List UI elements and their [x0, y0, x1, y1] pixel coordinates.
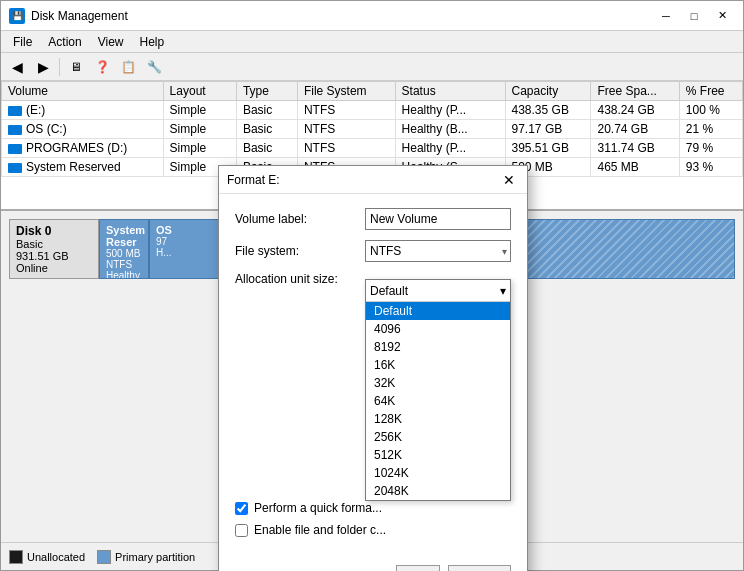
- disk-0-type: Basic: [16, 238, 92, 250]
- file-folder-row: Enable file and folder c...: [235, 523, 511, 537]
- cell-pct: 100 %: [679, 101, 742, 120]
- modal-close-button[interactable]: ✕: [499, 172, 519, 188]
- allocation-arrow-icon: ▾: [500, 284, 506, 298]
- dropdown-option[interactable]: 1024K: [366, 464, 510, 482]
- seg-sr-name: System Reser: [106, 224, 142, 248]
- menu-bar: File Action View Help: [1, 31, 743, 53]
- col-fs: File System: [297, 82, 395, 101]
- back-button[interactable]: ◀: [5, 56, 29, 78]
- cell-volume: PROGRAMES (D:): [2, 139, 164, 158]
- menu-help[interactable]: Help: [132, 33, 173, 51]
- allocation-label: Allocation unit size:: [235, 272, 365, 286]
- dropdown-option[interactable]: 128K: [366, 410, 510, 428]
- disk-0-size: 931.51 GB: [16, 250, 92, 262]
- format-dialog: Format E: ✕ Volume label: File system: N…: [218, 165, 528, 571]
- cell-layout: Simple: [163, 120, 236, 139]
- cell-capacity: 438.35 GB: [505, 101, 591, 120]
- table-row[interactable]: OS (C:) Simple Basic NTFS Healthy (B... …: [2, 120, 743, 139]
- cell-layout: Simple: [163, 101, 236, 120]
- menu-action[interactable]: Action: [40, 33, 89, 51]
- cell-free: 311.74 GB: [591, 139, 679, 158]
- disk-0-name: Disk 0: [16, 224, 92, 238]
- dropdown-option[interactable]: 8192: [366, 338, 510, 356]
- cell-type: Basic: [236, 139, 297, 158]
- app-icon: 💾: [9, 8, 25, 24]
- seg-os-status: H...: [156, 247, 222, 258]
- ok-button[interactable]: OK: [396, 565, 439, 571]
- file-folder-checkbox[interactable]: [235, 524, 248, 537]
- filesystem-select[interactable]: NTFS FAT32 exFAT: [365, 240, 511, 262]
- cell-volume: (E:): [2, 101, 164, 120]
- legend-primary-box: [97, 550, 111, 564]
- allocation-current-value: Default: [370, 284, 408, 298]
- seg-sr-status: Healthy (Syste: [106, 270, 142, 279]
- col-status: Status: [395, 82, 505, 101]
- cell-status: Healthy (B...: [395, 120, 505, 139]
- seg-system-reserved[interactable]: System Reser 500 MB NTFS Healthy (Syste: [99, 219, 149, 279]
- toolbar-btn-1[interactable]: 🖥: [64, 56, 88, 78]
- modal-title: Format E:: [227, 173, 280, 187]
- forward-button[interactable]: ▶: [31, 56, 55, 78]
- cell-pct: 93 %: [679, 158, 742, 177]
- cell-fs: NTFS: [297, 101, 395, 120]
- legend-unallocated: Unallocated: [9, 550, 85, 564]
- cell-fs: NTFS: [297, 139, 395, 158]
- dropdown-option[interactable]: 64K: [366, 392, 510, 410]
- cell-free: 20.74 GB: [591, 120, 679, 139]
- seg-sr-size: 500 MB NTFS: [106, 248, 142, 270]
- toolbar-btn-2[interactable]: ❓: [90, 56, 114, 78]
- toolbar-btn-3[interactable]: 📋: [116, 56, 140, 78]
- quick-format-checkbox[interactable]: [235, 502, 248, 515]
- file-folder-label: Enable file and folder c...: [254, 523, 386, 537]
- volume-label-label: Volume label:: [235, 212, 365, 226]
- dropdown-option[interactable]: 2048K: [366, 482, 510, 500]
- window-controls: ─ □ ✕: [653, 6, 735, 26]
- allocation-dropdown: Default ▾ Default4096819216K32K64K128K25…: [365, 279, 511, 501]
- cancel-button[interactable]: Cancel: [448, 565, 511, 571]
- col-capacity: Capacity: [505, 82, 591, 101]
- cell-type: Basic: [236, 101, 297, 120]
- title-bar-left: 💾 Disk Management: [9, 8, 128, 24]
- table-row[interactable]: PROGRAMES (D:) Simple Basic NTFS Healthy…: [2, 139, 743, 158]
- table-row[interactable]: (E:) Simple Basic NTFS Healthy (P... 438…: [2, 101, 743, 120]
- cell-pct: 21 %: [679, 120, 742, 139]
- dropdown-option[interactable]: 32K: [366, 374, 510, 392]
- dropdown-option[interactable]: 16K: [366, 356, 510, 374]
- cell-volume: OS (C:): [2, 120, 164, 139]
- volume-label-row: Volume label:: [235, 208, 511, 230]
- legend-primary-label: Primary partition: [115, 551, 195, 563]
- title-bar: 💾 Disk Management ─ □ ✕: [1, 1, 743, 31]
- seg-os-name: OS: [156, 224, 222, 236]
- col-volume: Volume: [2, 82, 164, 101]
- modal-footer: OK Cancel: [219, 557, 527, 571]
- filesystem-row: File system: NTFS FAT32 exFAT ▾: [235, 240, 511, 262]
- cell-fs: NTFS: [297, 120, 395, 139]
- legend-primary: Primary partition: [97, 550, 195, 564]
- dropdown-option[interactable]: 4096: [366, 320, 510, 338]
- seg-os[interactable]: OS 97 H...: [149, 219, 229, 279]
- maximize-button[interactable]: □: [681, 6, 707, 26]
- close-button[interactable]: ✕: [709, 6, 735, 26]
- filesystem-select-wrapper: NTFS FAT32 exFAT ▾: [365, 240, 511, 262]
- toolbar-separator: [59, 58, 60, 76]
- cell-layout: Simple: [163, 139, 236, 158]
- disk-table: Volume Layout Type File System Status Ca…: [1, 81, 743, 177]
- col-layout: Layout: [163, 82, 236, 101]
- menu-view[interactable]: View: [90, 33, 132, 51]
- modal-title-bar: Format E: ✕: [219, 166, 527, 194]
- volume-label-input[interactable]: [365, 208, 511, 230]
- disk-0-status: Online: [16, 262, 92, 274]
- dropdown-option[interactable]: 512K: [366, 446, 510, 464]
- minimize-button[interactable]: ─: [653, 6, 679, 26]
- dropdown-option[interactable]: 256K: [366, 428, 510, 446]
- dropdown-option[interactable]: Default: [366, 302, 510, 320]
- menu-file[interactable]: File: [5, 33, 40, 51]
- legend-unallocated-label: Unallocated: [27, 551, 85, 563]
- cell-type: Basic: [236, 120, 297, 139]
- app-title: Disk Management: [31, 9, 128, 23]
- toolbar-btn-4[interactable]: 🔧: [142, 56, 166, 78]
- allocation-dropdown-header[interactable]: Default ▾: [366, 280, 510, 302]
- seg-os-size: 97: [156, 236, 222, 247]
- modal-body: Volume label: File system: NTFS FAT32 ex…: [219, 194, 527, 557]
- col-type: Type: [236, 82, 297, 101]
